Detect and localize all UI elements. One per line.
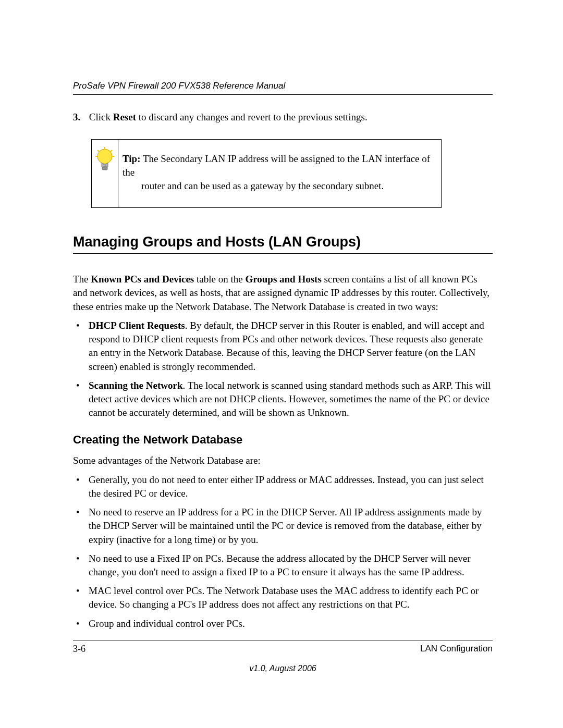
list-item: No need to reserve an IP address for a P… [73,505,493,547]
tip-label: Tip: [123,153,141,164]
numbered-step-3: 3. Click Reset to discard any changes an… [73,110,493,125]
svg-line-2 [97,150,99,152]
page-number: 3-6 [73,644,85,655]
chapter-name: LAN Configuration [420,644,493,655]
list-item: No need to use a Fixed IP on PCs. Becaus… [73,552,493,579]
svg-point-0 [97,149,112,164]
tip-line2: router and can be used as a gateway by t… [141,180,384,191]
subsection-heading: Creating the Network Database [73,433,493,447]
section-bullet-list: DHCP Client Requests. By default, the DH… [73,319,493,420]
step-text-post: to discard any changes and revert to the… [136,112,368,122]
tip-callout: Tip: The Secondary LAN IP address will b… [91,139,442,208]
step-text-pre: Click [89,112,113,122]
step-number: 3. [73,110,87,125]
page-footer: 3-6 LAN Configuration [73,640,493,655]
subsection-bullet-list: Generally, you do not need to enter eith… [73,473,493,631]
svg-line-3 [111,150,112,152]
section-intro: The Known PCs and Devices table on the G… [73,273,493,314]
list-item: Group and individual control over PCs. [73,617,493,631]
document-page: ProSafe VPN Firewall 200 FVX538 Referenc… [0,0,563,728]
tip-text: Tip: The Secondary LAN IP address will b… [118,140,441,208]
list-item: DHCP Client Requests. By default, the DH… [73,319,493,374]
list-item: MAC level control over PCs. The Network … [73,584,493,611]
tip-icon-cell [92,140,118,208]
subsection-intro: Some advantages of the Network Database … [73,454,493,467]
step-bold-reset: Reset [113,112,136,122]
section-heading: Managing Groups and Hosts (LAN Groups) [73,234,493,254]
running-header: ProSafe VPN Firewall 200 FVX538 Referenc… [73,81,493,95]
list-item: Scanning the Network. The local network … [73,379,493,420]
list-item: Generally, you do not need to enter eith… [73,473,493,500]
lightbulb-icon [94,147,115,173]
tip-line1: The Secondary LAN IP address will be ass… [123,153,430,178]
svg-rect-6 [102,167,107,170]
version-line: v1.0, August 2006 [73,664,493,673]
